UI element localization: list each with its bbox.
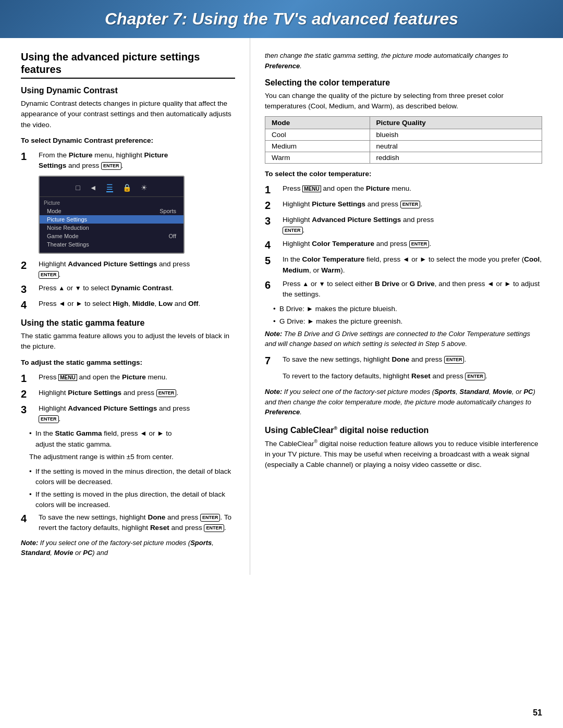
ct-step-4-num: 4 bbox=[265, 239, 279, 251]
table-cell-cool-mode: Cool bbox=[265, 129, 370, 140]
ct-note-sports: Sports bbox=[434, 388, 456, 396]
enter-icon-ct-7: ENTER bbox=[444, 356, 464, 364]
table-header-mode: Mode bbox=[265, 116, 370, 129]
note-pc: PC bbox=[83, 549, 92, 557]
menu-row-theater: Theater Settings bbox=[40, 240, 183, 249]
static-gamma-bullet-3: In the Static Gamma field, press ◄ or ► … bbox=[29, 428, 235, 450]
enter-icon-2: ENTER bbox=[39, 271, 59, 279]
sg-done-label: Done bbox=[148, 513, 165, 521]
arrow-up-icon: ▲ bbox=[58, 285, 65, 292]
sg-step-1: 1 Press MENU and open the Picture menu. bbox=[21, 372, 235, 385]
sg-step-3: 3 Highlight Advanced Picture Settings an… bbox=[21, 403, 235, 425]
ct-step-4-content: Highlight Color Temperature and press EN… bbox=[283, 239, 542, 249]
note-label-1: Note: bbox=[21, 539, 38, 547]
ct-step-6: 6 Press ▲ or ▼ to select either B Drive … bbox=[265, 279, 542, 300]
static-gamma-title: Using the static gamma feature bbox=[21, 318, 235, 328]
step-4-off: Off bbox=[188, 300, 199, 307]
enter-icon-1: ENTER bbox=[101, 162, 121, 170]
note-movie: Movie bbox=[54, 549, 74, 557]
enter-icon-ct-2: ENTER bbox=[400, 201, 421, 208]
chapter-header: Chapter 7: Using the TV's advanced featu… bbox=[0, 0, 563, 38]
ct-step-1-content: Press MENU and open the Picture menu. bbox=[283, 183, 542, 194]
ct-step-6-content: Press ▲ or ▼ to select either B Drive or… bbox=[283, 279, 542, 300]
dynamic-contrast-title: Using Dynamic Contrast bbox=[21, 86, 235, 95]
ct-step-2-ps: Picture Settings bbox=[312, 200, 365, 208]
ct-step-4-ct: Color Temperature bbox=[312, 240, 374, 248]
enter-icon-ct-3: ENTER bbox=[283, 227, 303, 235]
note-sports: Sports bbox=[190, 539, 212, 547]
static-gamma-bullets: If the setting is moved in the minus dir… bbox=[29, 466, 235, 510]
page: Chapter 7: Using the TV's advanced featu… bbox=[0, 0, 563, 728]
ct-step-7: 7 To save the new settings, highlight Do… bbox=[265, 354, 542, 367]
ct-step-6-gdrive: G Drive bbox=[410, 280, 435, 288]
color-temp-task-title: To select the color temperature: bbox=[265, 169, 542, 179]
cableclear-body: The CableClear® digital noise reduction … bbox=[265, 438, 542, 470]
static-gamma-field-label: Static Gamma bbox=[55, 429, 102, 437]
step-4-content: Press ◄ or ► to select High, Middle, Low… bbox=[39, 299, 235, 309]
step-4-low: Low bbox=[158, 300, 173, 307]
ct-reset-label: Reset bbox=[411, 372, 431, 380]
menu-icon-lock: 🔒 bbox=[123, 183, 131, 192]
menu-row-mode-value: Sports bbox=[160, 208, 176, 214]
sg-step-4-num: 4 bbox=[21, 512, 35, 525]
enter-icon-sg-3: ENTER bbox=[39, 415, 59, 423]
cableclear-title: Using CableClear® digital noise reductio… bbox=[265, 426, 542, 435]
ct-step-4: 4 Highlight Color Temperature and press … bbox=[265, 239, 542, 251]
sg-step-3-content: Highlight Advanced Picture Settings and … bbox=[39, 403, 235, 425]
step-1-content: From the Picture menu, highlight Picture… bbox=[39, 150, 235, 171]
menu-btn-icon-1: MENU bbox=[58, 374, 77, 381]
ct-step-3: 3 Highlight Advanced Picture Settings an… bbox=[265, 215, 542, 236]
sg-bullet-minus: If the setting is moved in the minus dir… bbox=[29, 466, 235, 488]
sg-reset-label: Reset bbox=[150, 524, 169, 532]
enter-icon-ct-reset: ENTER bbox=[465, 373, 485, 380]
ct-note-pref: Preference bbox=[265, 408, 300, 416]
menu-icon-tv: □ bbox=[76, 183, 80, 192]
registered-mark: ® bbox=[334, 426, 337, 431]
ct-note-movie: Movie bbox=[493, 388, 512, 396]
adjustment-note: The adjustment range is within ±5 from c… bbox=[29, 452, 235, 462]
dynamic-contrast-body: Dynamic Contrast detects changes in pict… bbox=[21, 98, 235, 130]
static-gamma-step4: 4 To save the new settings, highlight Do… bbox=[21, 512, 235, 534]
ct-step-2-content: Highlight Picture Settings and press ENT… bbox=[283, 199, 542, 209]
ct-step-7-num: 7 bbox=[265, 354, 279, 367]
ct-step-3-num: 3 bbox=[265, 215, 279, 227]
enter-icon-sg-2: ENTER bbox=[156, 389, 177, 397]
ct-step-7-content: To save the new settings, highlight Done… bbox=[283, 354, 542, 365]
menu-row-theater-label: Theater Settings bbox=[47, 241, 89, 248]
menu-row-game: Game Mode Off bbox=[40, 232, 183, 240]
step-4: 4 Press ◄ or ► to select High, Middle, L… bbox=[21, 299, 235, 311]
table-cell-warm-quality: reddish bbox=[370, 152, 542, 163]
table-cell-medium-quality: neutral bbox=[370, 140, 542, 152]
color-temp-steps: 1 Press MENU and open the Picture menu. … bbox=[265, 183, 542, 300]
ct-note-bdrv: Note: The B Drive and G Drive settings a… bbox=[265, 329, 542, 349]
chapter-title: Chapter 7: Using the TV's advanced featu… bbox=[21, 9, 542, 29]
note-label-bdrv: Note: bbox=[265, 330, 282, 338]
arrow-up-ct: ▲ bbox=[302, 280, 309, 288]
step-4-num: 4 bbox=[21, 299, 35, 311]
ct-revert-note: To revert to the factory defaults, highl… bbox=[283, 371, 542, 381]
sg-step-4: 4 To save the new settings, highlight Do… bbox=[21, 512, 235, 534]
enter-icon-sg-4b: ENTER bbox=[204, 524, 224, 532]
step-1-settings-label: Settings bbox=[39, 162, 66, 169]
ct-step-5-warm: Warm bbox=[321, 266, 340, 274]
color-temp-body: You can change the quality of the pictur… bbox=[265, 91, 542, 112]
note-label-ct: Note: bbox=[265, 388, 282, 396]
menu-screenshot: □ ◄ ☰ 🔒 ☀ Picture Mode Sports Picture Se… bbox=[39, 176, 185, 254]
color-temp-table: Mode Picture Quality Cool blueish Medium… bbox=[265, 116, 542, 164]
sg-note: Note: If you select one of the factory-s… bbox=[21, 538, 235, 558]
note-standard: Standard bbox=[21, 549, 50, 557]
menu-row-game-label: Game Mode bbox=[47, 233, 79, 239]
menu-row-noise: Noise Reduction bbox=[40, 224, 183, 232]
sg-step-1-num: 1 bbox=[21, 372, 35, 385]
step-4-high: High bbox=[113, 300, 128, 307]
ct-step7: 7 To save the new settings, highlight Do… bbox=[265, 354, 542, 367]
left-column: Using the advanced picture settings feat… bbox=[0, 38, 250, 575]
ct-bullet-gdrive: G Drive: ► makes the picture greenish. bbox=[273, 316, 542, 327]
menu-row-game-value: Off bbox=[169, 233, 176, 239]
ct-step-1: 1 Press MENU and open the Picture menu. bbox=[265, 183, 542, 196]
ct-step-5: 5 In the Color Temperature field, press … bbox=[265, 254, 542, 276]
ct-step-1-num: 1 bbox=[265, 183, 279, 196]
sg-step-3-num: 3 bbox=[21, 403, 35, 416]
step-1-picture-label: Picture bbox=[69, 151, 93, 159]
arrow-down-icon: ▼ bbox=[75, 285, 81, 292]
